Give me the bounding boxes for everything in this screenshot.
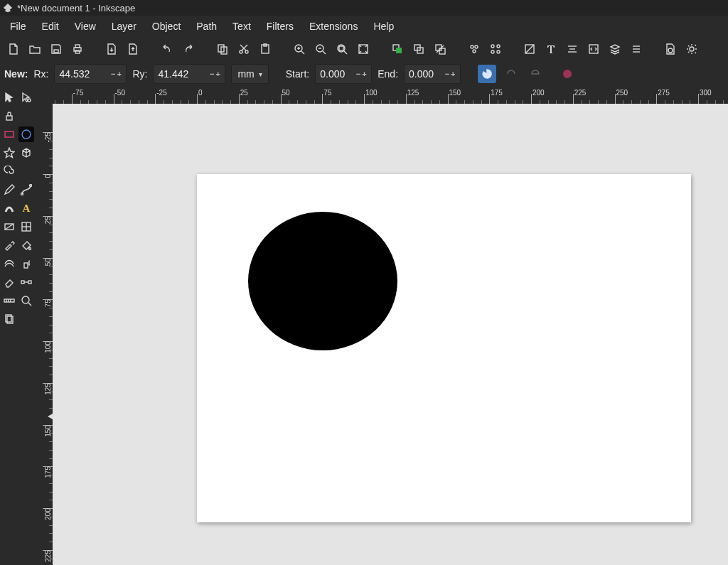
ungroup-icon[interactable] [488, 41, 503, 57]
duplicate-icon[interactable] [390, 41, 405, 57]
lock-icon[interactable] [1, 108, 17, 124]
rx-increment-icon[interactable]: + [116, 70, 122, 78]
zoom-fit-icon[interactable] [334, 41, 350, 57]
menu-view[interactable]: View [68, 18, 103, 35]
xml-editor-icon[interactable] [586, 41, 601, 57]
ry-decrement-icon[interactable]: − [209, 70, 215, 78]
import-icon[interactable] [104, 41, 119, 57]
svg-rect-17 [396, 48, 402, 53]
measure-tool-icon[interactable] [1, 293, 17, 308]
svg-point-28 [491, 50, 494, 53]
spiral-tool-icon[interactable] [1, 163, 17, 179]
fill-stroke-icon[interactable] [522, 41, 537, 57]
bezier-tool-icon[interactable] [18, 182, 34, 198]
text-tool-icon[interactable] [543, 41, 559, 57]
menu-edit[interactable]: Edit [35, 18, 66, 35]
inkscape-app-icon [3, 3, 13, 13]
unit-value: mm [237, 68, 254, 80]
object-properties-icon[interactable] [628, 41, 644, 57]
print-icon[interactable] [70, 41, 85, 57]
document-properties-icon[interactable] [663, 41, 678, 57]
redo-icon[interactable] [181, 41, 196, 57]
menu-text[interactable]: Text [225, 18, 258, 35]
connector-tool-icon[interactable] [18, 274, 34, 290]
cut-icon[interactable] [236, 41, 252, 57]
toolbox: A [0, 87, 36, 565]
svg-rect-52 [24, 263, 28, 268]
ry-input[interactable]: −+ [153, 64, 225, 84]
svg-point-38 [668, 48, 673, 53]
node-tool-icon[interactable] [18, 90, 34, 105]
dropper-tool-icon[interactable] [1, 237, 17, 253]
align-icon[interactable] [564, 41, 580, 57]
title-bar: *New document 1 - Inkscape [0, 0, 728, 16]
menu-layer[interactable]: Layer [105, 18, 144, 35]
svg-rect-4 [75, 50, 80, 53]
tweak-tool-icon[interactable] [1, 256, 17, 271]
ellipse-tool-icon[interactable] [18, 127, 34, 142]
paste-icon[interactable] [257, 41, 273, 57]
clone-icon[interactable] [411, 41, 427, 57]
start-increment-icon[interactable]: + [361, 70, 367, 78]
shape-marker-dot [563, 70, 572, 78]
arc-open-icon[interactable] [502, 65, 520, 83]
open-file-icon[interactable] [27, 41, 43, 57]
copy-icon[interactable] [215, 41, 230, 57]
unlink-clone-icon[interactable] [432, 41, 448, 57]
zoom-tool-icon[interactable] [18, 293, 34, 308]
arc-chord-icon[interactable] [526, 65, 545, 83]
new-file-icon[interactable] [6, 41, 21, 57]
zoom-out-icon[interactable] [313, 41, 328, 57]
spray-tool-icon[interactable] [18, 256, 34, 271]
undo-icon[interactable] [159, 41, 175, 57]
start-decrement-icon[interactable]: − [355, 70, 361, 78]
svg-rect-53 [21, 281, 24, 284]
viewport[interactable] [53, 104, 728, 565]
svg-marker-0 [4, 4, 12, 12]
menu-file[interactable]: File [3, 18, 33, 35]
end-input[interactable]: −+ [404, 64, 461, 84]
preferences-icon[interactable] [684, 41, 700, 57]
group-icon[interactable] [466, 41, 482, 57]
end-field[interactable] [405, 68, 440, 80]
menu-object[interactable]: Object [145, 18, 188, 35]
gradient-tool-icon[interactable] [1, 219, 17, 235]
eraser-tool-icon[interactable] [1, 274, 17, 290]
end-label: End: [378, 68, 398, 80]
calligraphy-tool-icon[interactable] [1, 200, 17, 216]
end-increment-icon[interactable]: + [450, 70, 456, 78]
menu-extensions[interactable]: Extensions [302, 18, 365, 35]
paintbucket-tool-icon[interactable] [18, 237, 34, 253]
menu-filters[interactable]: Filters [259, 18, 301, 35]
start-field[interactable] [316, 68, 351, 80]
star-tool-icon[interactable] [1, 145, 17, 161]
rx-input[interactable]: −+ [54, 64, 127, 84]
drawn-ellipse[interactable] [248, 212, 397, 350]
vertical-ruler[interactable]: -250255075100125150175200225250275 [36, 104, 53, 565]
zoom-page-icon[interactable] [355, 41, 371, 57]
rx-field[interactable] [55, 68, 106, 80]
unit-select[interactable]: mm ▾ [231, 64, 268, 84]
export-icon[interactable] [125, 41, 141, 57]
rectangle-tool-icon[interactable] [1, 127, 17, 142]
ry-field[interactable] [154, 68, 205, 80]
save-file-icon[interactable] [48, 41, 64, 57]
arc-slice-icon[interactable] [478, 65, 496, 83]
horizontal-ruler[interactable]: -125-100-75-50-2502550751001251501752002… [53, 87, 728, 104]
rx-decrement-icon[interactable]: − [110, 70, 116, 78]
zoom-in-icon[interactable] [291, 41, 307, 57]
menu-help[interactable]: Help [366, 18, 401, 35]
start-input[interactable]: −+ [315, 64, 372, 84]
pages-tool-icon[interactable] [1, 311, 17, 327]
svg-rect-3 [75, 45, 80, 48]
menu-path[interactable]: Path [189, 18, 224, 35]
3dbox-tool-icon[interactable] [18, 145, 34, 161]
end-decrement-icon[interactable]: − [444, 70, 450, 78]
text-tool-tool-icon[interactable]: A [18, 200, 34, 216]
layers-icon[interactable] [607, 41, 623, 57]
svg-point-29 [497, 50, 500, 53]
ry-increment-icon[interactable]: + [215, 70, 220, 78]
mesh-tool-icon[interactable] [18, 219, 34, 235]
pencil-tool-icon[interactable] [1, 182, 17, 198]
selector-tool-icon[interactable] [1, 90, 17, 105]
